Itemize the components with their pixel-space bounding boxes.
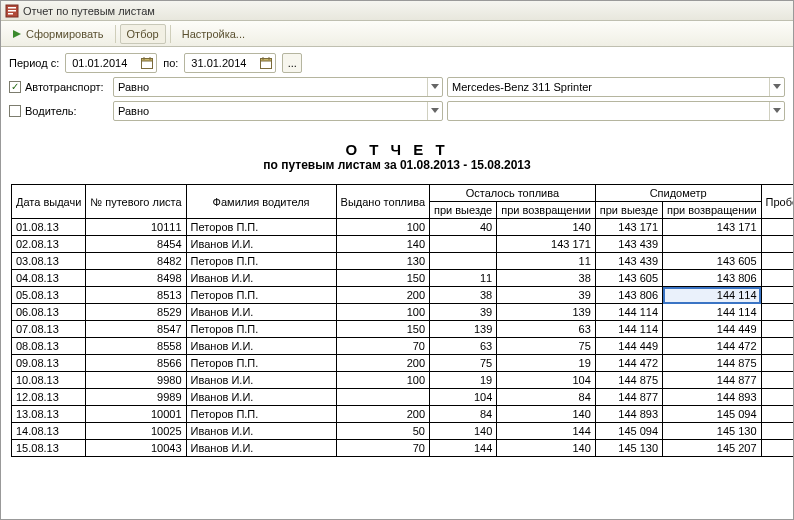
cell[interactable]: 10.08.13 [12,372,86,389]
vehicle-value-input[interactable] [448,81,769,93]
cell[interactable]: 145 094 [595,423,662,440]
cell[interactable]: 70 [336,338,429,355]
cell[interactable]: 143 806 [663,270,762,287]
cell[interactable]: 140 [497,440,596,457]
cell[interactable] [761,219,793,236]
cell[interactable]: 200 [336,287,429,304]
cell[interactable]: 06.08.13 [12,304,86,321]
chevron-down-icon[interactable] [427,102,442,120]
cell[interactable]: 9980 [86,372,186,389]
cell[interactable]: 143 806 [595,287,662,304]
cell[interactable]: Иванов И.И. [186,304,336,321]
cell[interactable]: 03.08.13 [12,253,86,270]
cell[interactable]: Петоров П.П. [186,321,336,338]
cell[interactable]: 104 [430,389,497,406]
cell[interactable]: 144 114 [595,304,662,321]
cell[interactable]: 84 [497,389,596,406]
cell[interactable]: Иванов И.И. [186,423,336,440]
cell[interactable]: Петоров П.П. [186,287,336,304]
cell[interactable]: 201 [761,406,793,423]
cell[interactable]: 15.08.13 [12,440,86,457]
cell[interactable]: 10025 [86,423,186,440]
cell[interactable]: 75 [497,338,596,355]
cell[interactable]: 63 [497,321,596,338]
cell[interactable]: Петоров П.П. [186,253,336,270]
cell[interactable]: 139 [497,304,596,321]
cell[interactable]: 145 094 [663,406,762,423]
driver-value-combo[interactable] [447,101,785,121]
cell[interactable]: 144 472 [595,355,662,372]
cell[interactable] [430,253,497,270]
calendar-icon[interactable] [259,56,273,70]
cell[interactable]: 145 207 [663,440,762,457]
cell[interactable]: 38 [430,287,497,304]
cell[interactable]: 39 [430,304,497,321]
cell[interactable]: 13.08.13 [12,406,86,423]
cell[interactable]: 150 [336,270,429,287]
cell[interactable]: 140 [430,423,497,440]
cell[interactable]: 143 171 [595,219,662,236]
cell[interactable]: 201 [761,270,793,287]
cell[interactable]: 150 [336,321,429,338]
vehicle-op-combo[interactable] [113,77,443,97]
cell[interactable]: 166 [761,253,793,270]
cell[interactable]: 268 [761,236,793,253]
cell[interactable]: 143 439 [595,236,662,253]
cell[interactable]: 02.08.13 [12,236,86,253]
cell[interactable]: 144 [430,440,497,457]
driver-op-input[interactable] [114,105,427,117]
cell[interactable]: 19 [430,372,497,389]
cell[interactable]: 12.08.13 [12,389,86,406]
cell[interactable]: 8513 [86,287,186,304]
cell[interactable]: 140 [336,236,429,253]
cell[interactable]: 70 [336,440,429,457]
cell[interactable] [663,236,762,253]
cell[interactable]: 140 [497,219,596,236]
cell[interactable]: 77 [761,440,793,457]
cell[interactable]: 104 [497,372,596,389]
cell[interactable]: 335 [761,321,793,338]
filter-button[interactable]: Отбор [120,24,166,44]
cell[interactable]: 10001 [86,406,186,423]
cell[interactable]: 50 [336,423,429,440]
cell[interactable]: Петоров П.П. [186,406,336,423]
cell[interactable]: 144 449 [663,321,762,338]
cell[interactable]: 100 [336,372,429,389]
vehicle-checkbox[interactable] [9,81,21,93]
cell[interactable]: 144 893 [595,406,662,423]
cell[interactable]: 11 [430,270,497,287]
report-area[interactable]: О Т Ч Е Т по путевым листам за 01.08.201… [1,131,793,517]
cell[interactable]: 144 875 [663,355,762,372]
cell[interactable]: 143 605 [663,253,762,270]
cell[interactable] [336,389,429,406]
chevron-down-icon[interactable] [769,78,784,96]
cell[interactable]: 40 [430,219,497,236]
cell[interactable]: 144 449 [595,338,662,355]
cell[interactable] [430,236,497,253]
cell[interactable]: Иванов И.И. [186,372,336,389]
generate-button[interactable]: Сформировать [5,24,111,44]
cell[interactable]: 04.08.13 [12,270,86,287]
cell[interactable]: 100 [336,219,429,236]
cell[interactable]: 36 [761,423,793,440]
cell[interactable]: Иванов И.И. [186,440,336,457]
cell[interactable]: 84 [430,406,497,423]
cell[interactable]: 143 171 [497,236,596,253]
cell[interactable]: 144 893 [663,389,762,406]
cell[interactable]: 8529 [86,304,186,321]
date-from-input[interactable] [70,56,140,70]
cell[interactable]: 139 [430,321,497,338]
cell[interactable]: 143 439 [595,253,662,270]
cell[interactable]: 11 [497,253,596,270]
cell[interactable]: 2 [761,372,793,389]
cell[interactable]: 8558 [86,338,186,355]
cell[interactable]: 145 130 [663,423,762,440]
date-to-input[interactable] [189,56,259,70]
cell[interactable]: 07.08.13 [12,321,86,338]
driver-checkbox[interactable] [9,105,21,117]
cell[interactable]: 144 [497,423,596,440]
cell[interactable]: 144 472 [663,338,762,355]
cell[interactable]: 63 [430,338,497,355]
date-from-field[interactable] [65,53,157,73]
cell[interactable]: 144 114 [663,304,762,321]
